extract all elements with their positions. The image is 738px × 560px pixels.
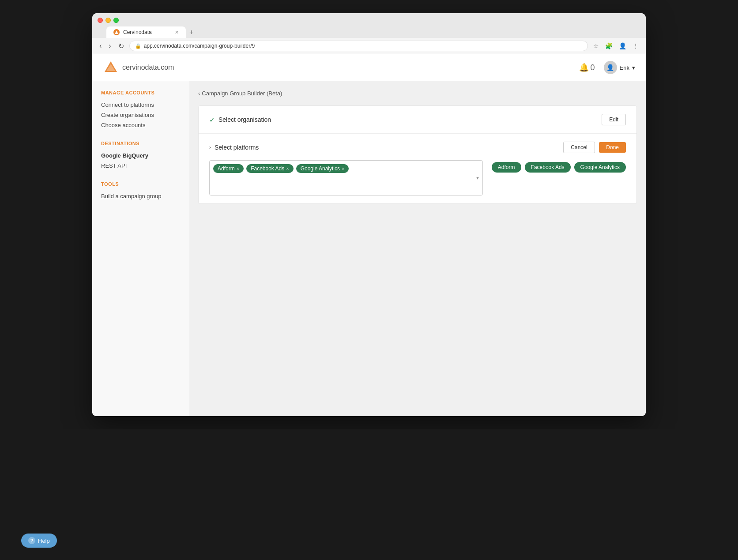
tag-google-analytics-label: Google Analytics bbox=[301, 165, 340, 172]
user-menu-button[interactable]: 👤 Erik ▾ bbox=[604, 61, 635, 74]
logo-icon bbox=[103, 60, 119, 75]
logo-area: cervinodata.com bbox=[103, 60, 174, 75]
option-facebook-ads[interactable]: Facebook Ads bbox=[525, 162, 571, 173]
header-right: 🔔 0 👤 Erik ▾ bbox=[579, 61, 635, 74]
tools-title: TOOLS bbox=[101, 181, 181, 187]
manage-accounts-title: MANAGE ACCOUNTS bbox=[101, 90, 181, 95]
address-bar[interactable]: 🔒 app.cervinodata.com/campaign-group-bui… bbox=[129, 41, 588, 51]
option-adform[interactable]: Adform bbox=[492, 162, 521, 173]
organisation-label: Select organisation bbox=[218, 116, 271, 123]
option-google-analytics[interactable]: Google Analytics bbox=[574, 162, 626, 173]
extensions-button[interactable]: 🧩 bbox=[603, 41, 614, 50]
select-organisation-section: ✓ Select organisation Edit bbox=[199, 106, 636, 134]
sidebar-item-rest-api[interactable]: REST API bbox=[101, 161, 181, 171]
browser-toolbar: ‹ › ↻ 🔒 app.cervinodata.com/campaign-gro… bbox=[92, 38, 646, 54]
close-window-button[interactable] bbox=[98, 18, 103, 23]
address-text: app.cervinodata.com/campaign-group-build… bbox=[144, 43, 255, 49]
platform-multiselect[interactable]: Adform × Facebook Ads × Google Analytics… bbox=[209, 160, 483, 195]
minimize-window-button[interactable] bbox=[105, 18, 111, 23]
tag-adform-remove[interactable]: × bbox=[237, 166, 239, 171]
new-tab-button[interactable]: + bbox=[186, 26, 197, 38]
maximize-window-button[interactable] bbox=[113, 18, 119, 23]
selected-tag-adform: Adform × bbox=[213, 164, 244, 173]
browser-tab[interactable]: Cervinodata ✕ bbox=[106, 26, 186, 38]
breadcrumb-label: Campaign Group Builder (Beta) bbox=[202, 90, 282, 97]
organisation-title: ✓ Select organisation bbox=[209, 116, 271, 124]
sidebar-item-create-organisations[interactable]: Create organisations bbox=[101, 110, 181, 120]
platform-content: Adform × Facebook Ads × Google Analytics… bbox=[209, 160, 626, 195]
sidebar-item-build-campaign-group[interactable]: Build a campaign group bbox=[101, 191, 181, 201]
tab-favicon bbox=[113, 29, 120, 35]
selected-tag-google-analytics: Google Analytics × bbox=[296, 164, 349, 173]
refresh-button[interactable]: ↻ bbox=[117, 41, 126, 51]
tag-facebook-ads-remove[interactable]: × bbox=[286, 166, 289, 171]
forward-button[interactable]: › bbox=[107, 41, 113, 51]
main-card: ✓ Select organisation Edit › Select plat… bbox=[198, 105, 637, 204]
chevron-icon: › bbox=[209, 144, 211, 150]
cancel-button[interactable]: Cancel bbox=[563, 142, 595, 153]
menu-button[interactable]: ⋮ bbox=[631, 41, 640, 50]
breadcrumb: ‹ Campaign Group Builder (Beta) bbox=[198, 90, 637, 97]
platforms-actions: Cancel Done bbox=[563, 142, 626, 153]
selected-tag-facebook-ads: Facebook Ads × bbox=[246, 164, 294, 173]
notification-count: 0 bbox=[591, 63, 595, 72]
select-platforms-section: › Select platforms Cancel Done bbox=[199, 134, 636, 203]
done-button[interactable]: Done bbox=[599, 142, 626, 153]
tab-close-button[interactable]: ✕ bbox=[175, 30, 179, 35]
sidebar-item-google-bigquery[interactable]: Google BigQuery bbox=[101, 150, 181, 161]
bell-icon: 🔔 bbox=[579, 63, 589, 72]
user-avatar: 👤 bbox=[604, 61, 617, 74]
platforms-label: Select platforms bbox=[215, 144, 259, 151]
check-icon: ✓ bbox=[209, 116, 215, 124]
available-options: Adform Facebook Ads Google Analytics bbox=[492, 160, 626, 173]
bookmark-button[interactable]: ☆ bbox=[591, 41, 601, 50]
sidebar-item-choose-accounts[interactable]: Choose accounts bbox=[101, 120, 181, 130]
tag-facebook-ads-label: Facebook Ads bbox=[251, 165, 284, 172]
lock-icon: 🔒 bbox=[135, 43, 141, 49]
edit-button[interactable]: Edit bbox=[602, 114, 626, 125]
tab-title: Cervinodata bbox=[123, 29, 152, 35]
user-name: Erik bbox=[620, 64, 629, 71]
notification-button[interactable]: 🔔 0 bbox=[579, 63, 595, 72]
tag-adform-label: Adform bbox=[218, 165, 235, 172]
sidebar-item-connect-platforms[interactable]: Connect to platforms bbox=[101, 100, 181, 110]
platforms-title: › Select platforms bbox=[209, 144, 259, 151]
content-area: ‹ Campaign Group Builder (Beta) ✓ Select… bbox=[189, 81, 646, 416]
svg-marker-0 bbox=[115, 30, 118, 34]
breadcrumb-back-icon[interactable]: ‹ bbox=[198, 90, 200, 97]
back-button[interactable]: ‹ bbox=[98, 41, 103, 51]
dropdown-arrow-icon: ▾ bbox=[476, 175, 479, 181]
logo-text: cervinodata.com bbox=[122, 64, 174, 71]
destinations-title: DESTINATIONS bbox=[101, 141, 181, 146]
tag-google-analytics-remove[interactable]: × bbox=[342, 166, 344, 171]
user-dropdown-icon: ▾ bbox=[632, 64, 635, 71]
app-header: cervinodata.com 🔔 0 👤 Erik ▾ bbox=[92, 54, 646, 81]
sidebar: MANAGE ACCOUNTS Connect to platforms Cre… bbox=[92, 81, 189, 416]
profile-button[interactable]: 👤 bbox=[617, 41, 628, 50]
